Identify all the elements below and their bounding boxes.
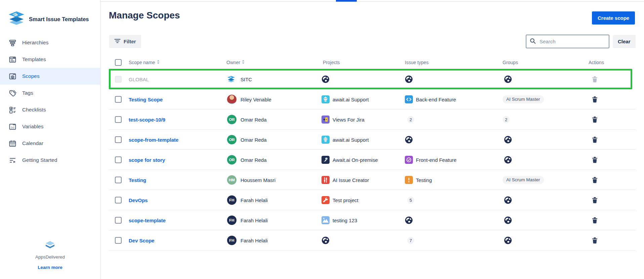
scope-name-link[interactable]: scope-template — [129, 217, 166, 223]
table-row: GLOBALSITC — [109, 69, 636, 89]
scope-name-link[interactable]: scope for story — [129, 157, 165, 162]
row-checkbox[interactable] — [115, 217, 122, 224]
learn-more-link[interactable]: Learn more — [0, 265, 100, 270]
project-globe-icon — [321, 236, 330, 244]
search-input[interactable] — [539, 38, 607, 45]
group-pill-label: AI Scrum Master — [503, 176, 544, 184]
owner-name-label: Farah Helali — [241, 197, 268, 203]
delete-scope-button[interactable] — [592, 136, 598, 143]
sidebar-item-templates[interactable]: Templates — [0, 51, 100, 68]
sidebar-item-tags[interactable]: Tags — [0, 85, 100, 101]
delete-scope-button[interactable] — [592, 177, 598, 183]
sidebar-item-getting-started[interactable]: Getting Started — [0, 152, 100, 169]
row-checkbox[interactable] — [115, 96, 122, 103]
row-checkbox[interactable] — [115, 177, 122, 183]
sidebar-item-hierarchies[interactable]: Hierarchies — [0, 34, 100, 51]
select-all-checkbox[interactable] — [115, 59, 122, 66]
row-checkbox[interactable] — [115, 116, 122, 123]
issue-type-name: Front-end Feature — [416, 157, 457, 162]
sort-icon[interactable] — [157, 60, 160, 65]
owner-name-label: SITC — [241, 76, 252, 82]
owner-avatar: FH — [227, 236, 237, 245]
create-scope-button[interactable]: Create scope — [592, 11, 635, 25]
sidebar: Smart Issue Templates HierarchiesTemplat… — [0, 0, 101, 279]
scope-name-link[interactable]: scope-from-template — [129, 137, 178, 142]
checkbox[interactable] — [115, 96, 122, 103]
search-box — [526, 35, 609, 48]
delete-scope-button[interactable] — [592, 217, 598, 223]
scope-name-link[interactable]: DevOps — [129, 197, 148, 203]
row-actions[interactable] — [592, 156, 598, 163]
checkbox[interactable] — [115, 116, 122, 123]
filter-button-label: Filter — [124, 39, 136, 44]
row-actions[interactable] — [592, 217, 598, 223]
delete-scope-button[interactable] — [592, 197, 598, 203]
sort-icon[interactable] — [242, 60, 245, 65]
scope-name-label[interactable]: Testing — [129, 177, 146, 183]
delete-scope-button[interactable] — [592, 96, 598, 102]
test-project-icon — [321, 196, 330, 204]
owner-name-label: Riley Venable — [241, 96, 271, 102]
project-app — [321, 156, 330, 164]
row-actions[interactable] — [592, 116, 598, 123]
filter-button[interactable]: Filter — [109, 35, 141, 48]
scope-name-link[interactable]: test-scope-10/9 — [129, 117, 165, 122]
search-icon — [530, 38, 536, 45]
row-actions[interactable] — [592, 136, 598, 143]
issue-type-count-badge: 5 — [407, 196, 414, 203]
checkbox[interactable] — [115, 156, 122, 163]
avatar-initials: FH — [229, 198, 234, 202]
row-checkbox[interactable] — [115, 237, 122, 244]
scopes-icon — [8, 72, 16, 80]
sidebar-item-scopes[interactable]: Scopes — [0, 68, 100, 85]
checkbox[interactable] — [115, 197, 122, 203]
scope-name-link[interactable]: Testing — [129, 177, 146, 183]
scope-name-label[interactable]: Testing Scope — [129, 96, 163, 102]
checkbox[interactable] — [115, 217, 122, 224]
checkbox[interactable] — [115, 237, 122, 244]
sidebar-item-checklists[interactable]: Checklists — [0, 101, 100, 118]
scope-name-label[interactable]: scope-template — [129, 217, 166, 223]
row-actions[interactable] — [592, 237, 598, 243]
project-app — [321, 136, 330, 144]
sidebar-item-calendar[interactable]: Calendar — [0, 135, 100, 152]
sidebar-item-variables[interactable]: (x)Variables — [0, 118, 100, 135]
row-checkbox[interactable] — [115, 156, 122, 163]
delete-scope-button[interactable] — [592, 237, 598, 243]
scope-name-label[interactable]: scope for story — [129, 157, 165, 162]
column-header-name[interactable]: Scope name — [129, 60, 160, 65]
owner-name-label: Farah Helali — [241, 217, 268, 223]
owner-avatar: OR — [227, 115, 237, 124]
issue-type-app — [405, 95, 413, 103]
globe-icon — [504, 216, 512, 224]
row-actions[interactable] — [592, 96, 598, 102]
row-checkbox[interactable] — [115, 197, 122, 203]
checkbox[interactable] — [115, 136, 122, 143]
project-label: testing 123 — [333, 217, 357, 223]
table-row: DevOpsFHFarah HelaliTest project5 — [109, 190, 636, 210]
testing-123-icon — [321, 216, 330, 224]
scope-name-label[interactable]: test-scope-10/9 — [129, 117, 165, 122]
column-header-owner[interactable]: Owner — [226, 60, 245, 65]
scopes-table: Scope nameOwnerProjectsIssue typesGroups… — [109, 56, 636, 250]
scope-name-label[interactable]: Dev Scope — [129, 237, 155, 243]
count-badge: 7 — [407, 237, 414, 244]
delete-scope-button[interactable] — [592, 156, 598, 163]
row-actions[interactable] — [592, 197, 598, 203]
delete-scope-button[interactable] — [592, 116, 598, 123]
await-support-icon — [321, 95, 330, 103]
table-header-row: Scope nameOwnerProjectsIssue typesGroups… — [109, 56, 636, 69]
sidebar-footer: AppsDelivered Learn more — [0, 241, 100, 270]
scope-name-link[interactable]: Testing Scope — [129, 96, 163, 102]
scope-name-label[interactable]: DevOps — [129, 197, 148, 203]
column-header-label: Projects — [323, 60, 340, 65]
clear-button[interactable]: Clear — [613, 35, 636, 48]
group-globe-icon — [504, 136, 512, 144]
await-support-icon — [321, 136, 330, 144]
row-checkbox[interactable] — [115, 136, 122, 143]
scope-name-link[interactable]: Dev Scope — [129, 237, 155, 243]
checkbox[interactable] — [115, 177, 122, 183]
scope-name-label[interactable]: scope-from-template — [129, 137, 178, 142]
row-actions[interactable] — [592, 177, 598, 183]
appsdelivered-logo-icon — [45, 241, 55, 251]
